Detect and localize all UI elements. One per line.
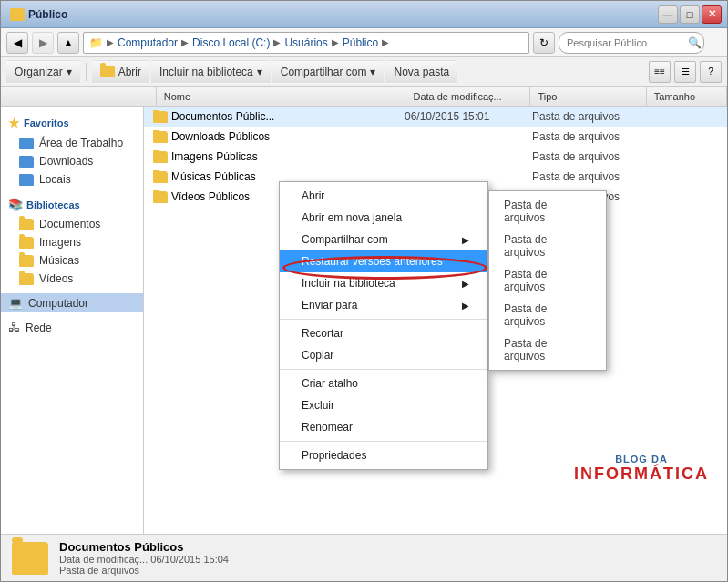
status-file-name: Documentos Públicos <box>59 540 229 554</box>
address-breadcrumb[interactable]: 📁 ▶ Computador ▶ Disco Local (C:) ▶ Usuá… <box>83 32 529 54</box>
forward-button[interactable]: ▶ <box>32 32 54 54</box>
type-item-2[interactable]: Pasta de arquivos <box>489 263 606 298</box>
view-change-button[interactable]: ≡≡ <box>649 61 671 83</box>
share-with-button[interactable]: Compartilhar com ▾ <box>272 60 385 84</box>
context-item-propriedades[interactable]: Propriedades <box>280 444 487 466</box>
share-with-label: Compartilhar com <box>281 66 367 78</box>
window-title: Público <box>28 8 67 21</box>
title-bar: Público — □ ✕ <box>1 1 727 28</box>
title-folder-icon <box>10 8 25 21</box>
context-label-excluir: Excluir <box>302 399 334 412</box>
context-item-abrir-nova-janela[interactable]: Abrir em nova janela <box>280 207 487 229</box>
context-label-copiar: Copiar <box>302 349 333 362</box>
status-detail: Data de modificaç... 06/10/2015 15:04 <box>59 554 229 565</box>
refresh-button[interactable]: ↻ <box>533 32 555 54</box>
title-bar-buttons: — □ ✕ <box>658 5 722 24</box>
sidebar-item-rede[interactable]: 🖧 Rede <box>1 318 143 337</box>
file-date-0: 06/10/2015 15:01 <box>399 110 527 123</box>
file-type-3: Pasta de arquivos <box>527 170 645 183</box>
context-separator-2 <box>280 369 487 370</box>
area-de-trabalho-label: Área de Trabalho <box>39 137 123 149</box>
organize-button[interactable]: Organizar ▾ <box>6 60 80 84</box>
breadcrumb-folder-icon: 📁 <box>89 36 103 49</box>
context-item-incluir-biblioteca[interactable]: Incluir na biblioteca ▶ <box>280 272 487 294</box>
sidebar-item-imagens[interactable]: Imagens <box>1 233 143 251</box>
context-label-enviar: Enviar para <box>302 299 357 311</box>
context-item-recortar[interactable]: Recortar <box>280 322 487 344</box>
type-submenu: Pasta de arquivos Pasta de arquivos Past… <box>488 190 607 371</box>
col-header-size[interactable]: Tamanho <box>647 87 727 106</box>
context-label-propriedades: Propriedades <box>302 449 366 462</box>
file-type-1: Pasta de arquivos <box>527 130 645 143</box>
context-item-criar-atalho[interactable]: Criar atalho <box>280 373 487 394</box>
include-library-button[interactable]: Incluir na biblioteca ▾ <box>151 60 271 84</box>
help-button[interactable]: ? <box>700 61 722 83</box>
imagens-label: Imagens <box>39 236 81 249</box>
sidebar-item-locais[interactable]: Locais <box>1 170 143 189</box>
computador-label: Computador <box>28 297 88 310</box>
context-item-compartilhar[interactable]: Compartilhar com ▶ <box>280 229 487 250</box>
type-item-0[interactable]: Pasta de arquivos <box>489 194 606 229</box>
context-item-enviar[interactable]: Enviar para ▶ <box>280 294 487 316</box>
open-button[interactable]: Abrir <box>92 60 149 84</box>
type-item-1[interactable]: Pasta de arquivos <box>489 229 606 263</box>
file-folder-icon-1 <box>153 131 168 143</box>
back-button[interactable]: ◀ <box>6 32 28 54</box>
file-folder-icon-3 <box>153 171 168 183</box>
file-type-0: Pasta de arquivos <box>527 110 645 123</box>
context-item-renomear[interactable]: Renomear <box>280 416 487 438</box>
up-button[interactable]: ▲ <box>57 32 79 54</box>
sidebar-bibliotecas-header[interactable]: 📚 Bibliotecas <box>1 194 143 215</box>
sidebar-favorites-header[interactable]: ★ Favoritos <box>1 112 143 134</box>
downloads-label: Downloads <box>39 155 93 168</box>
sidebar-item-downloads[interactable]: Downloads <box>1 152 143 170</box>
close-button[interactable]: ✕ <box>702 5 722 24</box>
context-menu: Abrir Abrir em nova janela Compartilhar … <box>279 181 488 470</box>
videos-icon <box>19 273 34 285</box>
breadcrumb-disco[interactable]: Disco Local (C:) <box>192 36 270 49</box>
view-details-button[interactable]: ☰ <box>674 61 696 83</box>
new-folder-button[interactable]: Nova pasta <box>385 60 457 84</box>
share-with-arrow: ▾ <box>370 66 375 78</box>
context-item-copiar[interactable]: Copiar <box>280 344 487 366</box>
table-row[interactable]: Imagens Públicas Pasta de arquivos <box>144 147 727 167</box>
col-header-date[interactable]: Data de modificaç... <box>405 87 530 106</box>
file-folder-icon-0 <box>153 111 168 123</box>
context-label-restaurar: Restaurar versões anteriores <box>302 255 443 268</box>
col-header-type[interactable]: Tipo <box>530 87 646 106</box>
sidebar-item-area-de-trabalho[interactable]: Área de Trabalho <box>1 134 143 152</box>
sidebar: ★ Favoritos Área de Trabalho Downloads L… <box>1 107 144 534</box>
sidebar-item-computador[interactable]: 💻 Computador <box>1 293 143 312</box>
breadcrumb-usuarios[interactable]: Usuários <box>284 36 327 49</box>
minimize-button[interactable]: — <box>658 5 678 24</box>
favorites-star-icon: ★ <box>8 116 20 130</box>
sidebar-item-videos[interactable]: Vídeos <box>1 270 143 288</box>
incluir-arrow: ▶ <box>462 279 469 289</box>
sidebar-item-musicas[interactable]: Músicas <box>1 251 143 270</box>
breadcrumb-computador[interactable]: Computador <box>118 36 178 49</box>
type-item-3[interactable]: Pasta de arquivos <box>489 298 606 332</box>
musicas-label: Músicas <box>39 254 79 267</box>
file-folder-icon-4 <box>153 191 168 203</box>
imagens-icon <box>19 237 34 249</box>
table-row[interactable]: Documentos Públic... 06/10/2015 15:01 Pa… <box>144 107 727 127</box>
context-item-abrir[interactable]: Abrir <box>280 185 487 207</box>
context-separator-3 <box>280 441 487 442</box>
title-bar-left: Público <box>10 8 67 21</box>
context-item-restaurar[interactable]: Restaurar versões anteriores <box>280 250 487 272</box>
status-detail-label: Data de modificaç... <box>59 554 148 565</box>
search-input[interactable] <box>559 32 704 54</box>
maximize-button[interactable]: □ <box>680 5 700 24</box>
file-name-1: Downloads Públicos <box>148 130 399 143</box>
context-label-compartilhar: Compartilhar com <box>302 233 388 246</box>
sidebar-item-documentos[interactable]: Documentos <box>1 215 143 233</box>
context-label-renomear: Renomear <box>302 421 353 434</box>
breadcrumb-publico[interactable]: Público <box>343 36 378 49</box>
open-label: Abrir <box>118 66 141 78</box>
type-item-4[interactable]: Pasta de arquivos <box>489 332 606 367</box>
table-row[interactable]: Downloads Públicos Pasta de arquivos <box>144 127 727 147</box>
downloads-icon <box>19 156 34 168</box>
context-item-excluir[interactable]: Excluir <box>280 394 487 416</box>
col-header-name[interactable]: Nome <box>157 87 406 106</box>
file-type-2: Pasta de arquivos <box>527 150 645 163</box>
